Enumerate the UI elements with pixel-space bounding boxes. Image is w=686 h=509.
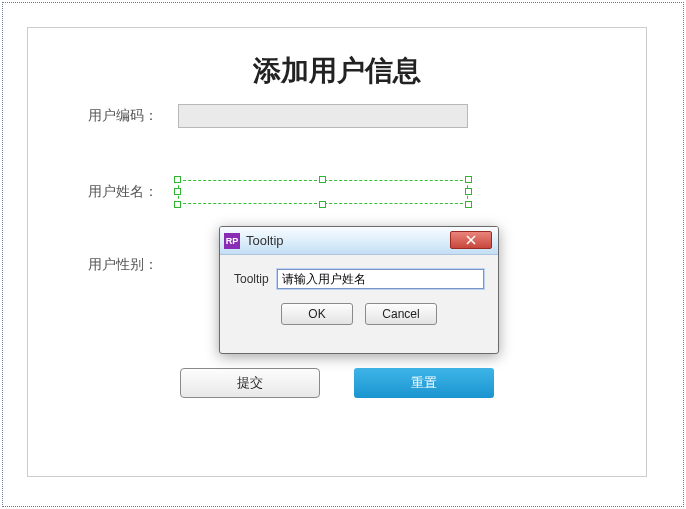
ok-button[interactable]: OK <box>281 303 353 325</box>
resize-handle-top-right[interactable] <box>465 176 472 183</box>
dialog-title-text: Tooltip <box>246 233 284 248</box>
input-user-name-selected[interactable] <box>178 180 468 204</box>
label-user-code: 用户编码： <box>88 107 178 125</box>
resize-handle-bottom-right[interactable] <box>465 201 472 208</box>
submit-button[interactable]: 提交 <box>180 368 320 398</box>
dialog-field-label: Tooltip <box>234 272 269 286</box>
resize-handle-mid-right[interactable] <box>465 188 472 195</box>
dialog-titlebar[interactable]: RP Tooltip <box>220 227 498 255</box>
label-user-name: 用户姓名： <box>88 183 178 201</box>
dialog-button-row: OK Cancel <box>220 303 498 325</box>
app-icon: RP <box>224 233 240 249</box>
close-button[interactable] <box>450 231 492 249</box>
dialog-body: Tooltip <box>220 255 498 289</box>
design-canvas: 添加用户信息 用户编码： 用户姓名： 用户性别： 提交 重 <box>2 2 684 507</box>
row-user-code: 用户编码： <box>28 104 646 128</box>
tooltip-input[interactable] <box>277 269 484 289</box>
resize-handle-mid-left[interactable] <box>174 188 181 195</box>
cancel-button[interactable]: Cancel <box>365 303 437 325</box>
resize-handle-bottom-left[interactable] <box>174 201 181 208</box>
reset-button[interactable]: 重置 <box>354 368 494 398</box>
row-user-name: 用户姓名： <box>28 180 646 204</box>
input-user-code[interactable] <box>178 104 468 128</box>
resize-handle-top-mid[interactable] <box>319 176 326 183</box>
resize-handle-bottom-mid[interactable] <box>319 201 326 208</box>
label-user-gender: 用户性别： <box>88 256 178 274</box>
page-title: 添加用户信息 <box>28 52 646 90</box>
tooltip-dialog: RP Tooltip Tooltip OK Cancel <box>219 226 499 354</box>
form-button-row: 提交 重置 <box>28 368 646 398</box>
close-icon <box>465 235 477 245</box>
resize-handle-top-left[interactable] <box>174 176 181 183</box>
